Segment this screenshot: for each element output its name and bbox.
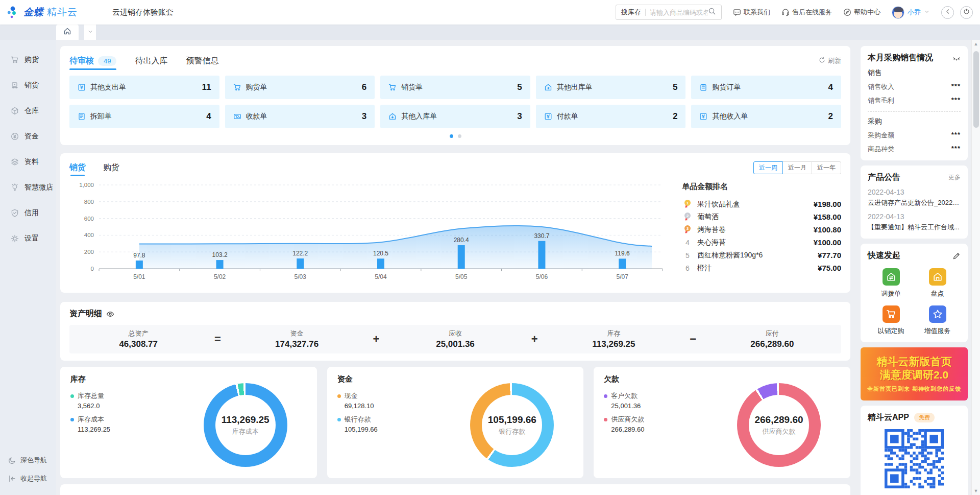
- search-input[interactable]: [650, 9, 708, 16]
- tile-count: 5: [673, 82, 677, 92]
- legend-label: 现金: [345, 391, 358, 400]
- sidebar-footer-收起导航[interactable]: 收起导航: [0, 469, 56, 488]
- medal-rank-2-icon: 2: [682, 212, 693, 222]
- search-icon[interactable]: [708, 7, 716, 17]
- pending-tile-其他收入单[interactable]: 其他收入单2: [691, 105, 841, 128]
- asset-总资产: 总资产46,308.77: [69, 329, 207, 349]
- pending-tile-付款单[interactable]: 付款单2: [536, 105, 686, 128]
- asset-value: 266,289.60: [703, 339, 841, 349]
- sidebar-item-设置[interactable]: 设置: [0, 226, 56, 251]
- formula-operator: +: [524, 333, 545, 346]
- carousel-dot-2[interactable]: [458, 134, 461, 138]
- ranking-row[interactable]: 2葡萄酒¥158.00: [682, 210, 841, 223]
- asset-label: 应收: [386, 329, 524, 338]
- refresh-button[interactable]: 刷新: [819, 56, 841, 65]
- edit-pencil-icon[interactable]: [952, 252, 961, 260]
- vertical-scrollbar[interactable]: ▲ ▼: [971, 40, 980, 495]
- donut-panel-欠款: 欠款客户欠款25,001.36供应商欠款266,289.60266,289.60…: [594, 367, 850, 478]
- range-button-近一月[interactable]: 近一月: [782, 161, 812, 174]
- tab-home[interactable]: [56, 25, 79, 40]
- summary-row-label: 商品种类: [868, 145, 894, 154]
- search-scope-label[interactable]: 搜库存: [621, 8, 641, 17]
- scrollbar-thumb[interactable]: [973, 51, 979, 128]
- survey-banner[interactable]: 精斗云新版首页 满意度调研2.0 全新首页已到来 期待收到您的反馈: [861, 347, 968, 400]
- svg-text:5/05: 5/05: [455, 273, 468, 280]
- chart-tab-销货[interactable]: 销货: [69, 159, 86, 176]
- logo-dots-icon: [7, 6, 20, 19]
- pending-tile-收款单[interactable]: 收款单3: [225, 105, 375, 128]
- ranking-row[interactable]: 4夹心海苔¥100.00: [682, 236, 841, 249]
- history-back-button[interactable]: [941, 6, 954, 19]
- app-window: 金蝶 精斗云 云进销存体验账套 搜库存 联系我们售后在线服务帮助中心 小乔: [0, 0, 980, 495]
- sidebar-item-销货[interactable]: 销货: [0, 73, 56, 98]
- ranking-row[interactable]: 3烤海苔卷¥100.80: [682, 223, 841, 236]
- quick-增值服务[interactable]: 增值服务: [914, 305, 961, 336]
- sidebar-item-label: 购货: [24, 55, 39, 64]
- quick-盘点[interactable]: 盘点: [914, 268, 961, 298]
- pending-tile-购货单[interactable]: 购货单6: [225, 76, 375, 99]
- sales-trend-chart: 02004006008001,00097.8103.2122.2120.5280…: [69, 178, 682, 288]
- range-button-近一周[interactable]: 近一周: [753, 161, 783, 174]
- refresh-icon: [819, 57, 825, 65]
- topbar-link-label: 售后在线服务: [792, 8, 832, 17]
- user-avatar[interactable]: [892, 6, 904, 19]
- sidebar-item-智慧微店[interactable]: 智慧微店: [0, 175, 56, 200]
- sidebar-item-资金[interactable]: 资金: [0, 124, 56, 149]
- scroll-up-arrow[interactable]: ▲: [972, 40, 980, 48]
- ranking-row[interactable]: 5西红柿意粉酱190g*6¥77.70: [682, 249, 841, 262]
- scroll-down-arrow[interactable]: ▼: [972, 487, 980, 495]
- topbar-link-帮助中心[interactable]: 帮助中心: [843, 8, 880, 17]
- user-name[interactable]: 小乔: [908, 8, 921, 17]
- ranking-item-amount: ¥198.00: [814, 200, 841, 208]
- logo[interactable]: 金蝶 精斗云: [7, 6, 78, 19]
- sidebar-item-信用[interactable]: 信用: [0, 200, 56, 226]
- pending-tile-销货单[interactable]: 销货单5: [380, 76, 530, 99]
- logout-button[interactable]: [960, 6, 973, 19]
- ranking-row[interactable]: 6橙汁¥75.00: [682, 262, 841, 274]
- inventory-searchbox[interactable]: 搜库存: [616, 5, 722, 20]
- quick-以销定购[interactable]: 以销定购: [868, 305, 914, 336]
- right-sidebar: 本月采购销售情况 销售销售收入***销售毛利***采购采购金额***商品种类**…: [861, 46, 968, 495]
- sidebar-item-label: 设置: [24, 234, 39, 243]
- eye-icon[interactable]: [106, 310, 114, 318]
- legend-label: 供应商欠款: [611, 415, 644, 424]
- tile-label: 销货单: [401, 83, 423, 92]
- announcement-item[interactable]: 2022-04-13云进销存产品更新公告_20220...: [868, 188, 961, 207]
- pending-tile-其他出库单[interactable]: 其他出库单5: [536, 76, 686, 99]
- app-download-card: 精斗云APP 免费: [861, 406, 968, 495]
- eye-closed-icon[interactable]: [952, 54, 961, 62]
- asset-label: 总资产: [69, 329, 207, 338]
- quick-调拨单[interactable]: 调拨单: [868, 268, 914, 298]
- monthly-summary-card: 本月采购销售情况 销售销售收入***销售毛利***采购采购金额***商品种类**…: [861, 46, 968, 160]
- ranking-item-name: 夹心海苔: [697, 238, 810, 247]
- svg-text:5/03: 5/03: [295, 273, 307, 280]
- medal-rank-3-icon: 3: [682, 225, 693, 234]
- tab-list-dropdown[interactable]: [84, 25, 96, 40]
- topbar-link-售后在线服务[interactable]: 售后在线服务: [781, 8, 832, 17]
- chevron-down-icon[interactable]: [924, 8, 930, 17]
- pending-tile-拆卸单[interactable]: 拆卸单4: [69, 105, 219, 128]
- topbar-link-联系我们[interactable]: 联系我们: [733, 8, 770, 17]
- ranking-item-amount: ¥100.80: [814, 225, 841, 234]
- tab-预警信息[interactable]: 预警信息: [186, 53, 218, 69]
- range-button-近一年[interactable]: 近一年: [812, 161, 841, 174]
- sidebar-item-购货[interactable]: 购货: [0, 47, 56, 73]
- chart-tab-购货[interactable]: 购货: [103, 159, 119, 176]
- pending-tile-其他支出单[interactable]: 其他支出单11: [69, 76, 219, 99]
- user-menu[interactable]: 小乔: [892, 6, 930, 19]
- sidebar-item-资料[interactable]: 资料: [0, 149, 56, 175]
- sidebar-item-仓库[interactable]: 仓库: [0, 98, 56, 124]
- tab-待出入库[interactable]: 待出入库: [135, 53, 167, 69]
- chevron-down-icon: [87, 28, 93, 37]
- carousel-dot-1[interactable]: [450, 134, 453, 138]
- announcement-item[interactable]: 2022-04-13【重要通知】精斗云工作台域...: [868, 213, 961, 232]
- tab-待审核[interactable]: 待审核49: [69, 53, 116, 69]
- house-out-icon: [544, 83, 552, 91]
- announcements-more-link[interactable]: 更多: [948, 173, 961, 182]
- pending-tile-购货订单[interactable]: 购货订单4: [691, 76, 841, 99]
- svg-text:3: 3: [687, 226, 689, 231]
- pending-tile-其他入库单[interactable]: 其他入库单3: [380, 105, 530, 128]
- ranking-row[interactable]: 1果汁饮品礼盒¥198.00: [682, 198, 841, 210]
- cart-icon: [11, 56, 19, 64]
- sidebar-footer-深色导航[interactable]: 深色导航: [0, 451, 56, 469]
